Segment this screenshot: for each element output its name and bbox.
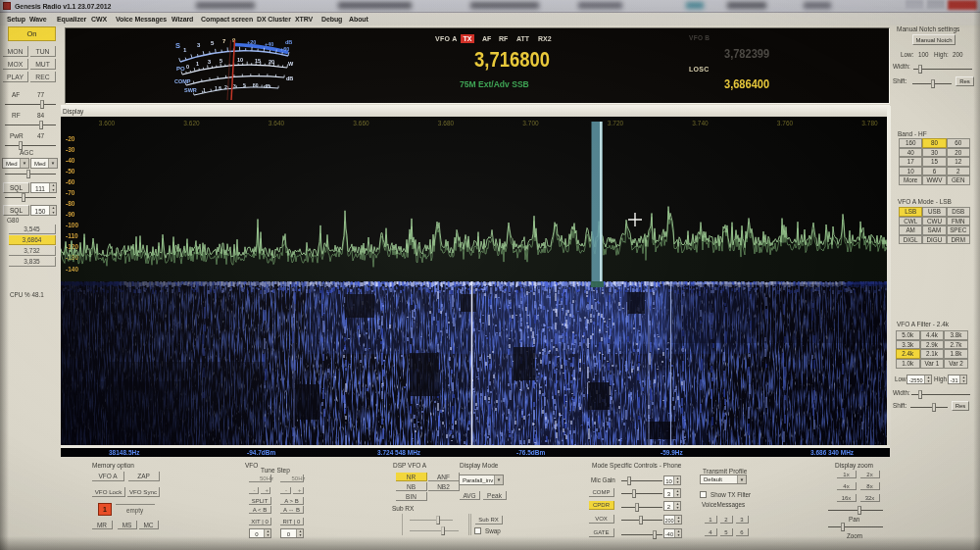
svg-text:3.700: 3.700 [522,120,539,126]
svg-text:3.740: 3.740 [692,120,709,126]
svg-text:1.5: 1.5 [215,85,221,91]
svg-text:-50: -50 [66,168,75,175]
svg-text:3: 3 [208,59,211,65]
svg-text:-80: -80 [66,200,75,207]
svg-text:3.780: 3.780 [861,120,878,126]
svg-text:10: 10 [237,57,243,63]
svg-text:3.620: 3.620 [183,120,200,126]
svg-text:3.760: 3.760 [777,120,794,126]
svg-text:dB: dB [264,83,270,89]
svg-text:3.680: 3.680 [438,120,455,126]
svg-text:SWR: SWR [184,87,197,93]
svg-text:50: 50 [253,82,259,88]
svg-text:15: 15 [255,58,261,64]
svg-text:COMP: COMP [174,78,191,84]
svg-text:-60: -60 [66,178,75,185]
svg-text:3.720: 3.720 [608,120,624,126]
svg-text:5: 5 [220,58,222,64]
svg-text:+60: +60 [280,46,289,52]
svg-text:dB: dB [285,39,292,45]
svg-text:-30: -30 [66,146,75,153]
svg-text:2: 2 [224,84,227,90]
svg-text:1: 1 [183,47,187,53]
svg-text:0: 0 [186,64,189,70]
svg-text:-110: -110 [66,232,78,239]
svg-text:1: 1 [196,61,199,67]
svg-text:dB: dB [286,75,293,81]
svg-text:-100: -100 [66,222,78,228]
svg-text:3.640: 3.640 [269,120,285,126]
svg-text:5: 5 [211,40,215,46]
svg-text:3.600: 3.600 [99,120,116,126]
svg-text:-90: -90 [66,211,75,218]
svg-text:3: 3 [233,83,236,89]
svg-text:1: 1 [203,87,206,93]
svg-text:7: 7 [222,38,226,44]
svg-text:3: 3 [197,42,201,48]
svg-text:20: 20 [269,59,274,65]
svg-text:W: W [288,61,294,67]
svg-text:-70: -70 [66,189,75,196]
svg-text:-20: -20 [66,135,75,142]
svg-text:S: S [175,41,180,50]
svg-text:+20: +20 [247,39,256,45]
svg-text:5: 5 [243,82,246,88]
svg-text:3.660: 3.660 [353,120,369,126]
svg-text:PO: PO [176,66,185,72]
svg-text:-40: -40 [66,157,75,164]
svg-text:+40: +40 [265,41,273,47]
